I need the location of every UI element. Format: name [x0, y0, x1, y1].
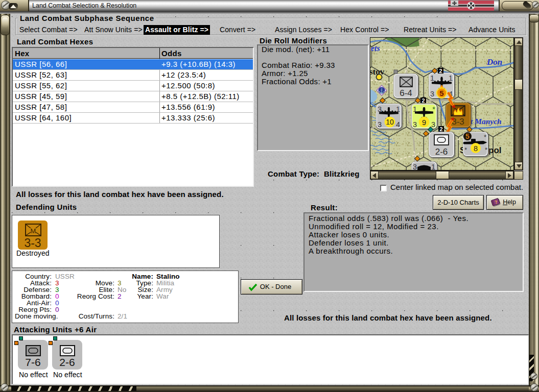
svg-text:8: 8 [474, 144, 478, 153]
svg-text:2: 2 [421, 97, 425, 104]
svg-text:*: * [432, 105, 435, 113]
svg-text:*: * [485, 146, 487, 154]
svg-text:*: * [464, 146, 467, 154]
svg-text:M: M [31, 227, 36, 235]
svg-text:2: 2 [439, 68, 442, 74]
svg-text:5: 5 [439, 89, 443, 97]
svg-text:2-6: 2-6 [435, 147, 448, 157]
svg-text:pol: pol [488, 145, 502, 155]
svg-text:ets: ets [371, 44, 380, 53]
svg-text:Don: Don [486, 57, 502, 67]
svg-text:3: 3 [378, 120, 382, 129]
svg-text:6-4: 6-4 [400, 88, 412, 98]
svg-text:1: 1 [431, 163, 435, 170]
svg-text:9: 9 [422, 118, 426, 127]
svg-text:2: 2 [439, 126, 442, 132]
svg-text:1: 1 [449, 74, 453, 82]
svg-text:1: 1 [430, 74, 434, 82]
svg-text:3: 3 [430, 90, 434, 98]
svg-text:⚓: ⚓ [379, 87, 385, 94]
svg-text:3: 3 [378, 105, 382, 113]
svg-text:10: 10 [386, 118, 394, 126]
svg-text:3: 3 [431, 120, 435, 129]
svg-text:3: 3 [413, 163, 417, 170]
svg-text:t Manych: t Manych [471, 117, 502, 126]
svg-text:1: 1 [396, 105, 400, 113]
svg-text:1: 1 [413, 105, 417, 113]
svg-text:*: * [484, 133, 486, 141]
svg-text:3: 3 [413, 120, 417, 129]
svg-text:4: 4 [396, 120, 400, 129]
svg-text:5: 5 [465, 132, 470, 140]
